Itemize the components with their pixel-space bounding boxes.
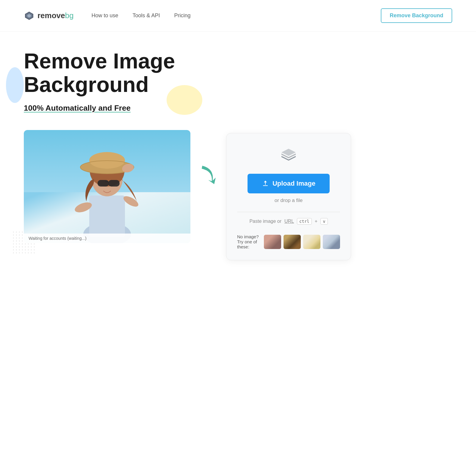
arrow-wrapper: [190, 127, 226, 192]
upload-card: Upload Image or drop a file Paste image …: [226, 133, 351, 260]
hero-section: Remove Image Background 100% Automatical…: [0, 32, 476, 284]
person-silhouette: [60, 136, 155, 243]
sample-images: [264, 235, 340, 249]
paste-bar: Paste image or URL ctrl + v: [237, 212, 340, 225]
svg-rect-20: [263, 185, 268, 186]
kbd-ctrl: ctrl: [297, 218, 312, 225]
drop-label: or drop a file: [275, 198, 303, 203]
nav-link-tools-api[interactable]: Tools & API: [132, 12, 160, 19]
sample-thumb-1[interactable]: [264, 235, 281, 249]
upload-icon: [262, 180, 269, 187]
no-image-text: No image? Try one of these:: [237, 234, 259, 249]
nav-remove-background-button[interactable]: Remove Background: [381, 8, 452, 23]
svg-rect-14: [105, 181, 108, 182]
demo-photo: [24, 130, 190, 243]
sample-thumb-3[interactable]: [303, 235, 320, 249]
paste-text: Paste image or: [249, 219, 281, 224]
sample-thumb-4[interactable]: [323, 235, 340, 249]
nav-link-pricing[interactable]: Pricing: [174, 12, 191, 19]
hero-title: Remove Image Background: [24, 49, 452, 96]
svg-rect-13: [98, 180, 109, 187]
logo-icon: [24, 10, 35, 21]
logo-text: removebg: [37, 11, 73, 20]
decorative-blob-yellow: [167, 85, 202, 115]
sample-section: No image? Try one of these:: [237, 234, 340, 249]
arrow-icon: [196, 163, 220, 192]
decorative-blob-blue: [6, 67, 24, 103]
hero-bottom-row: Waiting for accounts (waiting...): [24, 127, 452, 260]
svg-rect-4: [89, 195, 125, 237]
nav-link-how-to-use[interactable]: How to use: [91, 12, 118, 19]
url-link[interactable]: URL: [284, 219, 294, 224]
hero-content: Remove Image Background 100% Automatical…: [24, 49, 452, 260]
plus-separator: +: [315, 219, 317, 224]
navigation: removebg How to use Tools & API Pricing …: [0, 0, 476, 32]
svg-rect-15: [108, 180, 120, 187]
sample-thumb-2[interactable]: [284, 235, 301, 249]
hero-demo-image: Waiting for accounts (waiting...): [24, 130, 190, 243]
status-bar: Waiting for accounts (waiting...): [24, 234, 190, 243]
layers-icon: [279, 148, 298, 165]
kbd-v: v: [320, 218, 328, 225]
nav-links: How to use Tools & API Pricing: [91, 12, 381, 19]
logo[interactable]: removebg: [24, 10, 73, 21]
hero-subtitle: 100% Automatically and Free: [24, 104, 452, 113]
upload-image-button[interactable]: Upload Image: [248, 174, 330, 193]
